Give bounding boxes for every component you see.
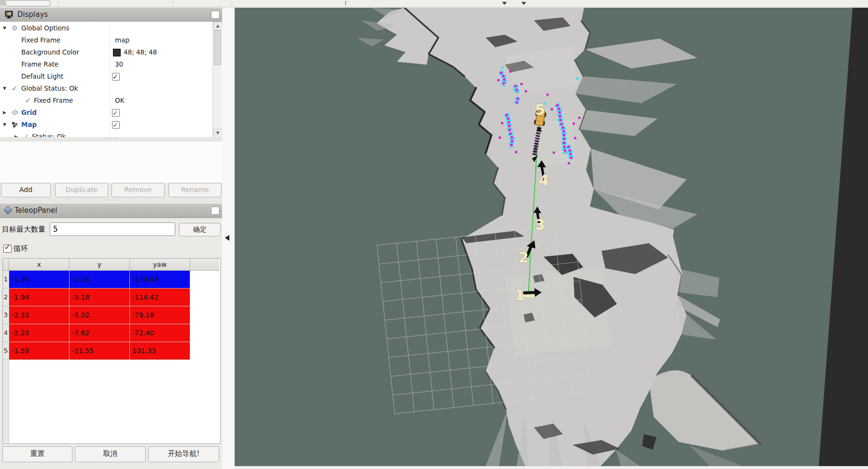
displays-empty-area <box>0 141 222 183</box>
cell-y[interactable]: -11.55 <box>70 342 130 360</box>
displays-monitor-icon <box>5 11 14 19</box>
cell-x[interactable]: -1.98 <box>9 271 70 289</box>
table-header-yaw[interactable]: yaw <box>130 259 190 271</box>
cell-x[interactable]: -2.33 <box>9 306 70 324</box>
tree-row-grid[interactable]: ▶ Grid ✓ <box>0 107 212 119</box>
displays-float-button[interactable] <box>211 11 220 19</box>
loop-label: 循环 <box>14 243 28 254</box>
waypoint-label-4: 4 <box>539 172 549 189</box>
tree-row-default-light[interactable]: Default Light ✓ <box>0 70 212 83</box>
teleop-panel-icon <box>3 206 12 214</box>
tree-row-label: Global Options <box>21 22 69 34</box>
tree-row-global-options[interactable]: ▼ ⚙ Global Options <box>0 22 212 34</box>
tree-row-frame-rate[interactable]: Frame Rate 30 <box>0 58 212 70</box>
toolbar-separator <box>232 1 232 6</box>
horizontal-splitter[interactable]: ······ <box>0 137 222 141</box>
cell-x[interactable]: -2.20 <box>9 324 70 342</box>
tree-row-global-status[interactable]: ▼ ✓ Global Status: Ok <box>0 83 212 95</box>
color-swatch[interactable] <box>113 49 121 56</box>
displays-panel-title: Displays <box>17 8 48 22</box>
toolbar-widget-fragment <box>345 1 346 5</box>
waypoint-label-5: 5 <box>535 101 545 118</box>
scroll-down-icon[interactable]: ▼ <box>213 129 222 137</box>
cell-yaw[interactable]: 101.33 <box>130 342 190 360</box>
tree-row-background-color[interactable]: Background Color 48; 48; 48 <box>0 46 212 58</box>
cancel-button[interactable]: 取消 <box>75 446 146 462</box>
tree-row-fixed-frame[interactable]: Fixed Frame map <box>0 34 212 46</box>
expand-arrow-icon[interactable]: ▼ <box>3 119 6 131</box>
table-header-extra <box>190 259 219 271</box>
scroll-up-icon[interactable]: ▲ <box>213 22 222 30</box>
panel-splitter[interactable] <box>222 8 235 469</box>
expand-arrow-icon[interactable]: ▼ <box>3 22 6 34</box>
teleop-panel-header[interactable]: TeleopPanel <box>0 204 222 218</box>
fixed-frame-status-value: OK <box>115 95 124 107</box>
toolbar-tool-button[interactable] <box>6 0 50 6</box>
status-ok-check-icon: ✓ <box>25 95 31 107</box>
cell-y[interactable]: -5.02 <box>70 306 130 324</box>
tree-row-label: Fixed Frame <box>21 34 60 46</box>
cell-yaw[interactable]: -170.43 <box>130 271 190 289</box>
cell-y[interactable]: -7.62 <box>70 324 130 342</box>
toolbar-dropdown-caret[interactable] <box>521 2 526 5</box>
row-number[interactable]: 1 <box>3 271 9 289</box>
reset-button[interactable]: 重置 <box>2 446 72 462</box>
scrollbar-thumb[interactable] <box>214 30 221 65</box>
table-header-y[interactable]: y <box>70 259 130 271</box>
teleop-float-button[interactable] <box>211 207 220 215</box>
cell-yaw[interactable]: -79.18 <box>130 306 190 324</box>
cell-x[interactable]: -1.94 <box>9 289 70 306</box>
waypoint-label-3: 3 <box>535 216 545 233</box>
start-navigation-button[interactable]: 开始导航! <box>148 446 219 462</box>
table-header-x[interactable]: x <box>9 259 70 271</box>
loop-checkbox[interactable]: ✓ <box>3 245 12 253</box>
cell-yaw[interactable]: -72.40 <box>130 324 190 342</box>
map-3d-view[interactable]: 5 4 3 2 1 <box>235 8 868 466</box>
toolbar-separator <box>58 1 58 6</box>
cell-yaw[interactable]: -114.42 <box>130 289 190 306</box>
add-button[interactable]: Add <box>1 183 51 197</box>
grid-checkbox[interactable]: ✓ <box>112 109 120 117</box>
default-light-checkbox[interactable]: ✓ <box>112 73 120 81</box>
displays-panel-header[interactable]: Displays <box>0 8 222 22</box>
toolbar-icon-fragment[interactable] <box>0 0 5 6</box>
tree-row-label: Default Light <box>21 70 63 83</box>
toolbar-dropdown-caret[interactable] <box>502 2 507 5</box>
rviz-window: Displays ▼ ⚙ Global Options Fixed Frame … <box>0 0 868 469</box>
tree-row-label: Grid <box>21 107 37 119</box>
row-number[interactable]: 2 <box>3 289 9 306</box>
status-ok-check-icon: ✓ <box>12 83 17 95</box>
frame-rate-value[interactable]: 30 <box>115 58 123 70</box>
teleop-panel-title: TeleopPanel <box>14 204 57 218</box>
row-header-strip <box>3 360 9 443</box>
displays-property-tree[interactable]: ▼ ⚙ Global Options Fixed Frame map Backg… <box>0 22 222 137</box>
cell-y[interactable]: -3.18 <box>70 289 130 306</box>
tree-scrollbar[interactable]: ▲ ▼ <box>212 22 222 137</box>
map-checkbox[interactable]: ✓ <box>112 121 120 129</box>
confirm-button[interactable]: 确定 <box>179 223 221 236</box>
tree-row-label: Global Status: Ok <box>21 83 78 95</box>
row-number[interactable]: 3 <box>3 306 9 324</box>
cell-x[interactable]: -1.59 <box>9 342 70 360</box>
horizontal-splitter[interactable]: ······ <box>0 199 222 203</box>
tree-row-label: Fixed Frame <box>34 95 73 107</box>
cell-y[interactable]: -1.23 <box>70 271 130 289</box>
waypoint-table[interactable]: x y yaw 1 -1.98 -1.23 -170.43 2 -1.94 -3… <box>2 258 221 444</box>
row-number[interactable]: 4 <box>3 324 9 342</box>
fixed-frame-value[interactable]: map <box>115 34 129 46</box>
grid-display-icon <box>12 110 18 116</box>
toolbar-separator <box>172 1 173 6</box>
remove-button[interactable]: Remove <box>112 183 165 197</box>
tree-row-map[interactable]: ▼ Map ✓ <box>0 119 212 131</box>
rename-button[interactable]: Rename <box>168 183 222 197</box>
background-color-value[interactable]: 48; 48; 48 <box>124 46 157 58</box>
map-display-icon <box>12 122 18 128</box>
collapsed-arrow-icon[interactable]: ▶ <box>14 131 18 137</box>
max-goals-input[interactable] <box>50 222 175 236</box>
row-number[interactable]: 5 <box>3 342 9 360</box>
splitter-collapse-icon[interactable] <box>225 235 229 241</box>
duplicate-button[interactable]: Duplicate <box>55 183 108 197</box>
expand-arrow-icon[interactable]: ▼ <box>3 83 6 95</box>
tree-row-fixed-frame-status[interactable]: ✓ Fixed Frame OK <box>0 95 212 107</box>
collapsed-arrow-icon[interactable]: ▶ <box>3 107 6 119</box>
